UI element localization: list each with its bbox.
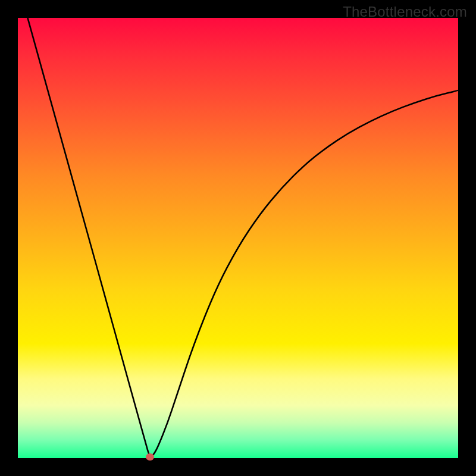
curve-svg bbox=[18, 18, 458, 458]
minimum-marker bbox=[146, 453, 154, 461]
bottleneck-curve-path bbox=[18, 18, 458, 456]
plot-area bbox=[18, 18, 458, 458]
chart-container: TheBottleneck.com bbox=[0, 0, 476, 476]
